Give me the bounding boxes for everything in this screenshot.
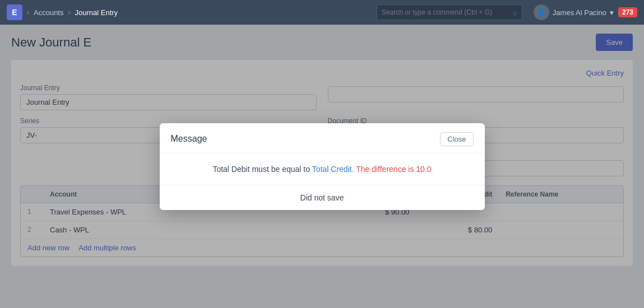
modal-overlay: Message Close Total Debit must be equal …: [0, 25, 644, 308]
main-content: New Journal E Save Quick Entry Journal E…: [0, 25, 644, 308]
search-icon: ⌕: [513, 8, 517, 17]
highlight-difference: The difference is: [354, 165, 416, 174]
modal-header: Message Close: [160, 123, 485, 153]
search-input[interactable]: [382, 8, 509, 16]
modal-body: Total Debit must be equal to Total Credi…: [160, 153, 485, 185]
modal-title: Message: [171, 134, 207, 144]
modal-footer: Did not save: [160, 185, 485, 210]
highlight-total-credit: Total Credit.: [312, 165, 354, 174]
message-prefix: Total Debit must be equal to: [212, 165, 312, 174]
navbar: E › Accounts › Journal Entry ⌕ 👤 James A…: [0, 0, 644, 25]
did-not-save-text: Did not save: [300, 193, 344, 202]
highlight-value: 10.0: [416, 165, 431, 174]
user-menu[interactable]: 👤 James Al Pacino ▾: [534, 4, 614, 20]
breadcrumb-chevron-1: ›: [27, 8, 29, 16]
notification-badge[interactable]: 273: [618, 7, 637, 17]
message-modal: Message Close Total Debit must be equal …: [160, 123, 485, 210]
breadcrumb-chevron-2: ›: [68, 8, 70, 16]
app-logo[interactable]: E: [7, 4, 22, 20]
modal-message: Total Debit must be equal to Total Credi…: [171, 165, 474, 174]
user-name: James Al Pacino: [553, 8, 606, 17]
avatar: 👤: [534, 4, 549, 20]
modal-close-button[interactable]: Close: [440, 132, 473, 146]
search-bar[interactable]: ⌕: [377, 4, 522, 20]
chevron-down-icon: ▾: [610, 8, 614, 17]
breadcrumb-journal-entry[interactable]: Journal Entry: [75, 8, 118, 17]
breadcrumb-accounts[interactable]: Accounts: [34, 8, 63, 17]
